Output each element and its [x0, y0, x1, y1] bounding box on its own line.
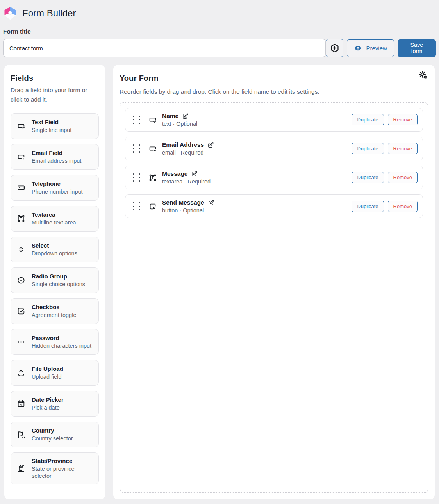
edit-pencil-icon[interactable] [208, 199, 214, 206]
field-card-telephone[interactable]: Telephone Phone number input [11, 175, 99, 201]
field-meta: email · Required [162, 150, 214, 156]
form-row-message: Message textarea · Required Duplicate Re… [125, 166, 423, 189]
field-name-label: Name [162, 112, 178, 119]
field-meta: textarea · Required [162, 178, 211, 185]
square-arrow-out-icon [148, 202, 157, 211]
upload-icon [17, 369, 25, 377]
field-card-desc: Pick a date [32, 404, 64, 411]
field-card-desc: Country selector [32, 435, 73, 442]
form-dropzone[interactable]: Name text · Optional Duplicate Remove [120, 102, 428, 493]
input-check-icon [148, 116, 157, 124]
flag-code-icon [17, 430, 25, 439]
field-card-title: Country [32, 427, 73, 434]
drag-handle[interactable] [133, 116, 140, 124]
duplicate-button[interactable]: Duplicate [352, 143, 384, 154]
remove-button[interactable]: Remove [388, 201, 418, 212]
your-form-title: Your Form [120, 74, 428, 83]
field-card-radio-group[interactable]: Radio Group Single choice options [11, 267, 99, 293]
remove-button[interactable]: Remove [388, 143, 418, 154]
field-card-desc: Single choice options [32, 281, 85, 288]
field-card-desc: Email address input [32, 157, 81, 164]
field-card-file-upload[interactable]: File Upload Upload field [11, 360, 99, 386]
field-card-state-province[interactable]: State/Province State or province selecto… [11, 452, 99, 484]
input-spark-icon [148, 144, 157, 153]
field-card-title: File Upload [32, 365, 63, 372]
form-row-email-address: Email Address email · Required Duplicate… [125, 137, 423, 160]
field-card-title: Select [32, 242, 77, 249]
edit-pencil-icon[interactable] [182, 113, 189, 119]
radio-icon [17, 276, 25, 285]
remove-button[interactable]: Remove [388, 114, 418, 125]
field-card-textarea[interactable]: Textarea Multiline text area [11, 206, 99, 232]
field-card-desc: Hidden characters input [32, 342, 91, 349]
hexagon-plus-icon [330, 43, 340, 53]
duplicate-button[interactable]: Duplicate [352, 201, 384, 212]
field-name[interactable]: Send Message [162, 199, 214, 206]
edit-pencil-icon[interactable] [207, 142, 214, 148]
field-name[interactable]: Email Address [162, 141, 214, 148]
field-name[interactable]: Message [162, 170, 211, 177]
text-resize-icon [17, 214, 25, 223]
field-card-title: Textarea [32, 211, 76, 218]
phone-device-icon [17, 183, 25, 192]
field-card-country[interactable]: Country Country selector [11, 422, 99, 447]
app-header: Form Builder [0, 0, 439, 23]
duplicate-button[interactable]: Duplicate [352, 114, 384, 125]
field-card-desc: Phone number input [32, 188, 83, 195]
field-card-password[interactable]: Password Hidden characters input [11, 329, 99, 355]
drag-handle[interactable] [133, 173, 140, 182]
field-card-desc: Dropdown options [32, 250, 77, 257]
your-form-panel: Your Form Reorder fields by drag and dro… [113, 65, 435, 499]
field-name[interactable]: Name [162, 112, 197, 119]
field-card-title: Telephone [32, 180, 83, 187]
form-row-name: Name text · Optional Duplicate Remove [125, 108, 423, 132]
field-card-desc: Single line input [32, 126, 71, 134]
form-row-send-message: Send Message button · Optional Duplicate… [125, 194, 423, 218]
field-card-date-picker[interactable]: Date Picker Pick a date [11, 391, 99, 417]
field-card-desc: State or province selector [32, 465, 94, 479]
workspace: Fields Drag a field into your form or cl… [4, 65, 435, 499]
field-card-desc: Upload field [32, 373, 63, 380]
form-title-label: Form title [3, 28, 436, 35]
form-settings-button[interactable] [417, 70, 428, 81]
field-meta: text · Optional [162, 121, 197, 127]
your-form-subtitle: Reorder fields by drag and drop. Click o… [120, 88, 428, 95]
building-icon [17, 464, 25, 473]
field-card-email-field[interactable]: Email Field Email address input [11, 144, 99, 170]
drag-handle[interactable] [133, 144, 140, 153]
input-check-icon [17, 122, 25, 130]
field-card-select[interactable]: Select Dropdown options [11, 237, 99, 262]
field-card-title: Checkbox [32, 304, 76, 310]
text-resize-icon [148, 173, 157, 182]
field-card-title: Radio Group [32, 273, 85, 280]
fields-panel-title: Fields [11, 74, 99, 83]
field-card-desc: Agreement toggle [32, 312, 76, 319]
fields-panel-description: Drag a field into your form or click to … [11, 85, 99, 104]
save-form-button[interactable]: Save form [398, 39, 436, 57]
form-title-input[interactable] [3, 39, 326, 57]
duplicate-button[interactable]: Duplicate [352, 172, 384, 183]
fields-panel: Fields Drag a field into your form or cl… [4, 65, 105, 499]
field-name-label: Email Address [162, 141, 204, 148]
selector-icon [17, 245, 25, 254]
settings-cog-icon [418, 70, 428, 80]
checkbox-icon [17, 307, 25, 315]
app-logo-icon [3, 6, 17, 20]
edit-pencil-icon[interactable] [191, 171, 198, 177]
field-card-desc: Multiline text area [32, 219, 76, 226]
add-field-button[interactable] [326, 39, 343, 57]
field-name-label: Message [162, 170, 187, 177]
field-card-title: State/Province [32, 458, 94, 464]
field-meta: button · Optional [162, 207, 214, 214]
input-spark-icon [17, 153, 25, 161]
field-card-title: Date Picker [32, 396, 64, 403]
field-card-title: Email Field [32, 150, 81, 156]
field-name-label: Send Message [162, 199, 204, 206]
calendar-icon [17, 399, 25, 408]
drag-handle[interactable] [133, 202, 140, 210]
field-card-checkbox[interactable]: Checkbox Agreement toggle [11, 298, 99, 324]
preview-button-label: Preview [366, 45, 387, 52]
field-card-text-field[interactable]: Text Field Single line input [11, 113, 99, 139]
preview-button[interactable]: Preview [347, 39, 394, 57]
remove-button[interactable]: Remove [388, 172, 418, 183]
